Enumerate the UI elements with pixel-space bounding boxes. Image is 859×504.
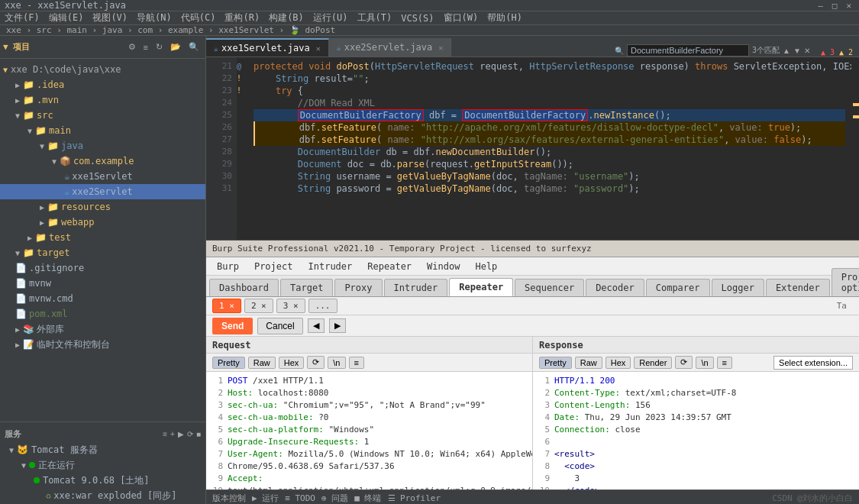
tree-item-project[interactable]: ▼ xxe D:\code\java\xxe	[0, 62, 205, 77]
tree-item-target[interactable]: ▼ 📁 target	[0, 245, 205, 260]
services-tool-btn-3[interactable]: ▶	[178, 430, 184, 438]
tree-item-java[interactable]: ▼ 📁 java	[0, 138, 205, 153]
tree-item-external-libs[interactable]: ▶ 📚 外部库	[0, 321, 205, 337]
burp-tab-sequencer[interactable]: Sequencer	[515, 279, 584, 296]
status-problems[interactable]: ⊕ 问题	[321, 493, 348, 504]
status-run[interactable]: ▶ 运行	[252, 493, 279, 504]
status-vcs[interactable]: 版本控制	[212, 493, 246, 504]
resp-refresh-btn[interactable]: ⟳	[675, 356, 693, 369]
resp-menu-btn[interactable]: ≡	[717, 357, 732, 369]
sidebar-tool-btn-4[interactable]: 📂	[167, 40, 184, 53]
menu-window[interactable]: 窗口(W)	[444, 11, 479, 24]
search-down-btn[interactable]: ▼	[793, 47, 801, 55]
tree-item-mvnw-cmd[interactable]: 📄 mvnw.cmd	[0, 291, 205, 306]
tab-xxe2servlet[interactable]: ☕ xxe2Servlet.java ✕	[329, 38, 452, 57]
sidebar-tool-btn-3[interactable]: ↻	[153, 40, 166, 53]
burp-tab-repeater[interactable]: Repeater	[449, 278, 513, 296]
burp-tab-dashboard[interactable]: Dashboard	[209, 279, 279, 296]
req-hex-btn[interactable]: Hex	[279, 357, 305, 369]
burp-menu-help[interactable]: Help	[467, 257, 505, 276]
resp-raw-btn[interactable]: Raw	[575, 357, 602, 369]
status-profiler[interactable]: ☰ Profiler	[388, 493, 441, 503]
resp-hex-btn[interactable]: Hex	[605, 357, 631, 369]
menu-nav[interactable]: 导航(N)	[137, 11, 172, 24]
burp-menu-repeater[interactable]: Repeater	[360, 257, 419, 276]
tree-item-webapp[interactable]: ▶ 📁 webapp	[0, 215, 205, 230]
tree-item-pom-xml[interactable]: 📄 pom.xml	[0, 306, 205, 321]
menu-refactor[interactable]: 重构(R)	[224, 11, 260, 24]
tomcat-service[interactable]: ▼ 🐱 Tomcat 服务器	[0, 442, 205, 457]
burp-tab-comparer[interactable]: Comparer	[646, 279, 710, 296]
nav-forward-btn[interactable]: ▶	[329, 318, 346, 333]
services-tool-btn-4[interactable]: ⟳	[187, 430, 193, 438]
tomcat-running[interactable]: ▼ 正在运行	[0, 457, 205, 473]
services-tool-btn-1[interactable]: ≡	[163, 430, 167, 438]
burp-tab-logger[interactable]: Logger	[712, 279, 764, 296]
nav-back-btn[interactable]: ◀	[308, 318, 325, 333]
close-btn[interactable]: ✕	[843, 1, 854, 11]
tomcat-version[interactable]: Tomcat 9.0.68 [土地]	[0, 473, 205, 488]
maximize-btn[interactable]: □	[829, 1, 841, 11]
minimize-btn[interactable]: —	[815, 1, 826, 11]
services-tool-btn-2[interactable]: +	[170, 430, 175, 438]
search-up-btn[interactable]: ▲	[783, 47, 790, 55]
menu-run[interactable]: 运行(U)	[313, 11, 348, 24]
burp-subtab-1[interactable]: 1 ×	[212, 299, 241, 313]
status-terminal[interactable]: ■ 终端	[354, 493, 381, 504]
tree-item-idea[interactable]: ▶ 📁 .idea	[0, 77, 205, 92]
burp-tab-extender[interactable]: Extender	[766, 279, 830, 296]
menu-help[interactable]: 帮助(H)	[487, 11, 522, 24]
tree-item-main[interactable]: ▼ 📁 main	[0, 123, 205, 138]
menu-vcs[interactable]: VCS(S)	[401, 13, 434, 24]
tree-item-mvnw[interactable]: 📄 mvnw	[0, 276, 205, 291]
burp-menu-burp[interactable]: Burp	[209, 257, 247, 276]
status-todo[interactable]: ≡ TODO	[285, 493, 315, 503]
burp-menu-window[interactable]: Window	[419, 257, 467, 276]
req-raw-btn[interactable]: Raw	[248, 357, 276, 369]
menu-code[interactable]: 代码(C)	[181, 11, 216, 24]
burp-tab-intruder[interactable]: Intruder	[384, 279, 448, 296]
burp-tab-target[interactable]: Target	[280, 279, 333, 296]
burp-subtab-2[interactable]: 2 ×	[244, 299, 273, 313]
tree-item-com-example[interactable]: ▼ 📦 com.example	[0, 153, 205, 169]
burp-tab-decoder[interactable]: Decoder	[586, 279, 644, 296]
send-button[interactable]: Send	[212, 318, 253, 334]
search-input[interactable]	[627, 44, 749, 57]
tree-item-mvn[interactable]: ▶ 📁 .mvn	[0, 92, 205, 108]
tree-item-xxe2servlet[interactable]: ☕ xxe2Servlet	[0, 184, 205, 199]
burp-menu-project[interactable]: Project	[247, 257, 301, 276]
resp-pretty-btn[interactable]: Pretty	[539, 357, 572, 369]
select-extension-btn[interactable]: Select extension...	[773, 356, 853, 370]
req-menu-btn[interactable]: ≡	[349, 357, 364, 369]
tab-xxe1servlet-close[interactable]: ✕	[316, 44, 321, 53]
tree-item-test[interactable]: ▶ 📁 test	[0, 230, 205, 245]
cancel-button[interactable]: Cancel	[257, 318, 302, 334]
burp-subtab-3[interactable]: 3 ×	[276, 299, 305, 313]
menu-edit[interactable]: 编辑(E)	[49, 11, 84, 24]
burp-subtab-more[interactable]: ...	[308, 299, 337, 313]
tree-item-src[interactable]: ▼ 📁 src	[0, 108, 205, 123]
burp-menu-intruder[interactable]: Intruder	[300, 257, 360, 276]
resp-newline-btn[interactable]: \n	[696, 357, 713, 369]
sidebar-tool-btn-1[interactable]: ⚙	[125, 40, 139, 53]
tree-item-scratch[interactable]: ▶ 📝 临时文件和控制台	[0, 337, 205, 352]
burp-tab-project-options[interactable]: Project options	[832, 268, 859, 296]
sidebar-tool-btn-5[interactable]: 🔍	[186, 40, 202, 53]
burp-tab-proxy[interactable]: Proxy	[334, 279, 382, 296]
window-controls[interactable]: — □ ✕	[815, 1, 854, 11]
menu-build[interactable]: 构建(B)	[269, 11, 304, 24]
tab-xxe2servlet-close[interactable]: ✕	[438, 44, 443, 52]
tree-item-resources[interactable]: ▶ 📁 resources	[0, 199, 205, 215]
req-refresh-btn[interactable]: ⟳	[307, 356, 325, 369]
menu-tools[interactable]: 工具(T)	[357, 11, 392, 24]
war-exploded[interactable]: ♻ xxe:war exploded [同步]	[0, 488, 205, 503]
sidebar-tool-btn-2[interactable]: ≡	[140, 41, 151, 53]
menu-view[interactable]: 视图(V)	[92, 11, 128, 24]
tree-item-gitignore[interactable]: 📄 .gitignore	[0, 260, 205, 276]
req-newline-btn[interactable]: \n	[328, 357, 345, 369]
search-close-btn[interactable]: ✕	[804, 47, 810, 55]
services-stop-btn[interactable]: ■	[196, 430, 201, 438]
tree-item-xxe1servlet[interactable]: ☕ xxe1Servlet	[0, 169, 205, 184]
req-pretty-btn[interactable]: Pretty	[212, 357, 245, 369]
tab-xxe1servlet[interactable]: ☕ xxe1Servlet.java ✕	[206, 38, 329, 57]
